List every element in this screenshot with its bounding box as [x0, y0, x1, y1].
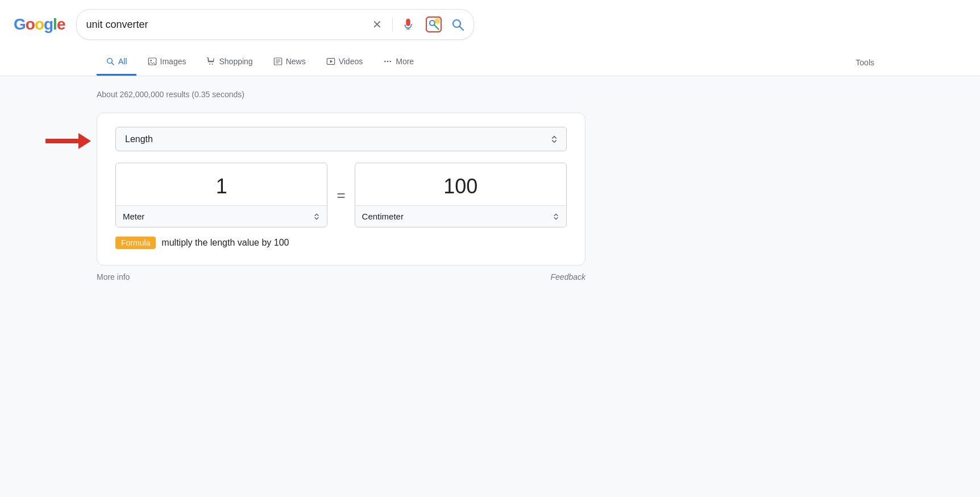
results-area: About 262,000,000 results (0.35 seconds)…: [0, 76, 980, 288]
clear-button[interactable]: ✕: [369, 16, 385, 32]
logo-e: e: [57, 15, 65, 33]
from-value[interactable]: 1: [116, 163, 327, 206]
unit-type-select[interactable]: Length Area Volume Mass Temperature Spee…: [115, 127, 567, 151]
tab-images[interactable]: Images: [139, 49, 196, 76]
tab-more[interactable]: More: [374, 49, 423, 76]
to-value[interactable]: 100: [355, 163, 566, 206]
svg-line-5: [460, 27, 464, 31]
microphone-button[interactable]: [400, 16, 417, 33]
svg-line-2: [434, 25, 439, 30]
svg-point-11: [212, 64, 213, 65]
tab-all[interactable]: All: [97, 49, 136, 76]
formula-row: Formula multiply the length value by 100: [115, 237, 567, 249]
search-bar-divider: [392, 18, 393, 31]
tab-more-label: More: [396, 57, 414, 66]
svg-line-7: [111, 63, 114, 65]
search-icon: [451, 18, 464, 31]
tabs-bar: All Images Shopping News Vide: [0, 49, 980, 76]
equals-sign: =: [337, 187, 345, 204]
formula-badge: Formula: [115, 237, 156, 249]
svg-point-9: [150, 60, 152, 61]
footer-links: More info Feedback: [97, 266, 585, 288]
tab-images-label: Images: [160, 57, 186, 66]
logo-g: G: [14, 15, 26, 33]
lens-icon: [426, 16, 442, 32]
results-stats: About 262,000,000 results (0.35 seconds): [97, 83, 883, 106]
converter-card: Length Area Volume Mass Temperature Spee…: [97, 113, 585, 266]
svg-rect-3: [435, 19, 440, 24]
tab-news-label: News: [286, 57, 306, 66]
logo-g2: g: [44, 15, 53, 33]
tools-button[interactable]: Tools: [846, 50, 883, 75]
more-info-link[interactable]: More info: [97, 272, 130, 281]
logo-o1: o: [26, 15, 35, 33]
shopping-tab-icon: [206, 57, 215, 66]
widget-container: Length Area Volume Mass Temperature Spee…: [97, 113, 883, 288]
tab-shopping[interactable]: Shopping: [197, 49, 261, 76]
search-input[interactable]: [86, 19, 362, 31]
header: Google ✕: [0, 0, 980, 49]
google-logo: Google: [14, 15, 65, 34]
tab-news[interactable]: News: [264, 49, 315, 76]
logo-l: l: [53, 15, 57, 33]
to-unit-select[interactable]: Centimeter Meter Kilometer Millimeter Mi…: [355, 206, 566, 227]
videos-tab-icon: [326, 57, 335, 66]
images-tab-icon: [148, 57, 157, 66]
converter-row: 1 Meter Kilometer Centimeter Millimeter …: [115, 163, 567, 227]
logo-o2: o: [35, 15, 44, 33]
tab-shopping-label: Shopping: [219, 57, 252, 66]
from-box: 1 Meter Kilometer Centimeter Millimeter …: [115, 163, 327, 227]
tab-all-label: All: [118, 57, 127, 66]
more-tab-icon: [383, 57, 392, 66]
search-button[interactable]: [451, 18, 464, 31]
svg-point-20: [390, 61, 392, 63]
arrow-head: [78, 133, 91, 149]
search-bar: ✕: [76, 9, 474, 40]
svg-marker-17: [330, 60, 333, 63]
feedback-link[interactable]: Feedback: [551, 272, 585, 281]
microphone-icon: [402, 18, 414, 31]
tab-videos[interactable]: Videos: [317, 49, 372, 76]
svg-point-18: [384, 61, 386, 63]
to-box: 100 Centimeter Meter Kilometer Millimete…: [355, 163, 567, 227]
news-tab-icon: [273, 57, 283, 66]
svg-point-19: [387, 61, 389, 63]
formula-text: multiply the length value by 100: [161, 238, 289, 248]
tab-videos-label: Videos: [339, 57, 363, 66]
svg-point-10: [209, 64, 210, 65]
lens-button[interactable]: [423, 14, 444, 35]
from-unit-select[interactable]: Meter Kilometer Centimeter Millimeter Mi…: [116, 206, 327, 227]
search-tab-icon: [106, 57, 115, 66]
arrow-shaft: [45, 139, 78, 143]
